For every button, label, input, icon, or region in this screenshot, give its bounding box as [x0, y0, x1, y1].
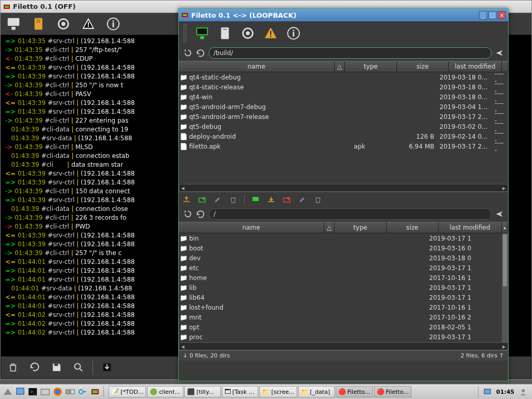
refresh-icon[interactable] — [195, 209, 206, 219]
client-icon[interactable] — [6, 16, 21, 32]
file-row[interactable]: qt5-android-arm7-release2019-03-17 2...-… — [179, 112, 508, 122]
svg-rect-2 — [8, 18, 20, 26]
keepass-icon[interactable] — [77, 386, 88, 397]
maximize-button[interactable]: □ — [488, 11, 497, 19]
file-row[interactable]: etc2019-03-17 1 — [179, 263, 508, 273]
remote-edit-icon[interactable] — [298, 195, 307, 204]
svg-rect-35 — [17, 388, 24, 394]
connect-icon[interactable] — [251, 195, 260, 204]
remote-new-folder-icon[interactable] — [282, 195, 291, 204]
firefox-icon[interactable] — [52, 386, 63, 397]
task-button[interactable]: 📁[_data] — [298, 386, 335, 397]
file-row[interactable]: lost+found2017-10-16 1 — [179, 302, 508, 312]
send-icon[interactable] — [495, 209, 505, 219]
file-row[interactable]: opt2018-02-05 1 — [179, 322, 508, 332]
col-size[interactable]: size — [387, 222, 438, 233]
col-modified[interactable]: last modified — [449, 61, 502, 72]
server-icon[interactable] — [217, 25, 233, 41]
show-desktop-icon[interactable] — [15, 386, 26, 397]
refresh-icon[interactable] — [27, 360, 43, 375]
minimize-button[interactable]: _ — [479, 11, 487, 19]
top-path-input[interactable] — [209, 47, 491, 59]
sort-indicator[interactable]: △ — [324, 222, 335, 233]
col-size[interactable]: size — [397, 61, 449, 72]
trash-icon[interactable] — [5, 360, 21, 375]
col-modified[interactable]: last modified — [438, 222, 502, 233]
file-row[interactable]: dev2019-03-18 0 — [179, 253, 508, 263]
warning-icon[interactable] — [263, 25, 278, 41]
settings-icon[interactable] — [240, 25, 256, 41]
browser-titlebar[interactable]: Filetto 0.1 <-> (LOOPBACK) _ □ × — [179, 9, 508, 21]
file-row[interactable]: qt4-static-release2019-03-18 0...----- — [179, 82, 508, 92]
file-row[interactable]: qt4-win2019-03-18 0...----- — [179, 92, 508, 102]
undo-icon[interactable] — [182, 209, 192, 219]
filetto-icon[interactable] — [89, 386, 101, 397]
tray-monitor-icon[interactable] — [482, 386, 493, 397]
bottom-file-list[interactable]: bin2019-03-17 1boot2019-03-16 0dev2019-0… — [179, 233, 508, 342]
col-type[interactable]: type — [335, 222, 387, 233]
file-manager-icon[interactable] — [39, 386, 51, 397]
save-icon[interactable] — [49, 360, 64, 375]
file-row[interactable]: deploy-android126 B2019-02-14 0...----- — [179, 131, 508, 141]
close-button[interactable]: × — [498, 11, 506, 19]
client-icon[interactable] — [194, 25, 210, 41]
toolbar-grip[interactable] — [183, 24, 187, 43]
refresh-icon[interactable] — [195, 48, 206, 58]
top-headers[interactable]: name △ type size last modified — [179, 61, 508, 72]
col-type[interactable]: type — [345, 61, 397, 72]
bottom-path-input[interactable] — [209, 208, 491, 220]
task-button[interactable]: 🗔[Task ... — [222, 386, 258, 397]
file-row[interactable]: proc2019-03-17 1 — [179, 332, 508, 342]
sort-indicator[interactable]: △ — [335, 61, 345, 72]
task-button[interactable]: 📁[scree... — [259, 386, 297, 397]
edit-icon[interactable] — [213, 195, 222, 204]
top-scrollbar[interactable]: ◂▸ — [179, 184, 508, 192]
file-row[interactable]: boot2019-03-16 0 — [179, 243, 508, 253]
file-row[interactable]: lib642019-03-17 1 — [179, 292, 508, 302]
terminal-icon[interactable]: >_ — [27, 386, 38, 397]
separator — [478, 386, 478, 397]
file-row[interactable]: home2017-10-16 1 — [179, 273, 508, 283]
taskbar: >_ 📝[*TOD...🟢client...⬛[tilly...🗔[Task .… — [0, 384, 532, 399]
task-button[interactable]: ⬛[tilly... — [184, 386, 221, 397]
bottom-headers[interactable]: name △ type size last modified ▴ — [179, 222, 508, 233]
col-name[interactable]: name — [179, 222, 324, 233]
status-right: 2 files, 6 dirs ↑ — [461, 352, 504, 359]
file-row[interactable]: qt5-android-arm7-debug2019-03-04 1...---… — [179, 102, 508, 112]
download-icon[interactable] — [267, 195, 276, 204]
file-row[interactable]: bin2019-03-17 1 — [179, 233, 508, 243]
new-folder-icon[interactable] — [197, 195, 207, 204]
vertical-scrollbar[interactable] — [502, 233, 508, 342]
warning-icon[interactable] — [81, 16, 96, 32]
search-icon[interactable] — [71, 360, 86, 375]
tray-user-icon[interactable] — [517, 386, 529, 397]
col-name[interactable]: name — [179, 61, 335, 72]
task-button[interactable]: 🟢client... — [147, 386, 183, 397]
undo-icon[interactable] — [182, 48, 192, 58]
desktop-pager-icon[interactable] — [64, 386, 76, 397]
settings-icon[interactable] — [56, 16, 71, 32]
file-row[interactable]: filetto.apkapk6.94 MB2019-03-17 2...----… — [179, 141, 508, 151]
task-button[interactable]: 📝[*TOD... — [109, 386, 146, 397]
delete-icon[interactable] — [229, 195, 238, 204]
file-row[interactable]: lib2019-03-17 1 — [179, 283, 508, 292]
info-icon[interactable] — [105, 16, 121, 32]
download-icon[interactable] — [99, 360, 115, 375]
clock[interactable]: 01:45 — [496, 389, 514, 395]
file-row[interactable]: qt5-debug2019-03-02 0...----- — [179, 122, 508, 131]
bottom-scrollbar[interactable]: ◂▸ — [179, 342, 508, 350]
top-file-list[interactable]: qt4-static-debug2019-03-18 0...-----qt4-… — [179, 72, 508, 184]
remote-delete-icon[interactable] — [313, 195, 323, 204]
app-icon — [3, 3, 11, 11]
info-icon[interactable] — [286, 25, 301, 41]
file-row[interactable]: qt4-static-debug2019-03-18 0...----- — [179, 72, 508, 82]
server-icon[interactable] — [31, 16, 46, 32]
scroll-up[interactable]: ▴ — [502, 222, 508, 233]
task-button[interactable]: 🔴Filetto... — [374, 386, 411, 397]
upload-icon[interactable] — [182, 195, 191, 204]
start-menu-icon[interactable] — [2, 386, 14, 397]
task-button[interactable]: 🔴Filetto... — [336, 386, 373, 397]
file-row[interactable]: mnt2017-10-16 2 — [179, 312, 508, 322]
svg-rect-42 — [71, 390, 74, 394]
send-icon[interactable] — [495, 48, 505, 58]
